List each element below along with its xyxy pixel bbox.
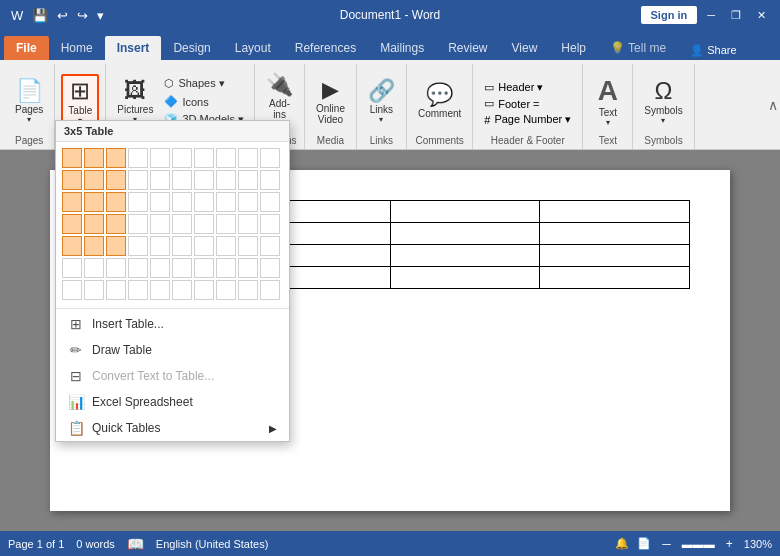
grid-cell[interactable]: [84, 236, 104, 256]
grid-cell[interactable]: [216, 214, 236, 234]
pictures-button[interactable]: 🖼 Pictures ▾: [112, 77, 158, 127]
grid-cell[interactable]: [106, 258, 126, 278]
grid-cell[interactable]: [84, 258, 104, 278]
page-number-button[interactable]: # Page Number ▾: [480, 112, 575, 127]
redo-icon[interactable]: ↪: [74, 6, 91, 25]
zoom-slider[interactable]: ▬▬▬: [682, 538, 715, 550]
grid-cell[interactable]: [172, 148, 192, 168]
grid-cell[interactable]: [172, 236, 192, 256]
save-icon[interactable]: 💾: [29, 6, 51, 25]
grid-cell[interactable]: [106, 192, 126, 212]
notifications-icon[interactable]: 🔔: [615, 537, 629, 550]
grid-cell[interactable]: [62, 170, 82, 190]
grid-cell[interactable]: [106, 236, 126, 256]
symbols-button[interactable]: Ω Symbols ▾: [639, 76, 687, 128]
grid-cell[interactable]: [62, 280, 82, 300]
tab-review[interactable]: Review: [436, 36, 499, 60]
grid-cell[interactable]: [260, 148, 280, 168]
grid-cell[interactable]: [194, 192, 214, 212]
grid-cell[interactable]: [260, 214, 280, 234]
table-grid[interactable]: [56, 142, 289, 306]
grid-cell[interactable]: [216, 170, 236, 190]
grid-cell[interactable]: [238, 148, 258, 168]
grid-cell[interactable]: [128, 170, 148, 190]
links-button[interactable]: 🔗 Links ▾: [363, 77, 400, 127]
grid-cell[interactable]: [216, 258, 236, 278]
excel-spreadsheet-item[interactable]: 📊 Excel Spreadsheet: [56, 389, 289, 415]
grid-cell[interactable]: [150, 236, 170, 256]
grid-cell[interactable]: [172, 170, 192, 190]
proofing-icon[interactable]: 📖: [127, 536, 144, 552]
view-icon[interactable]: 📄: [637, 537, 651, 550]
grid-cell[interactable]: [128, 192, 148, 212]
grid-cell[interactable]: [106, 148, 126, 168]
tab-help[interactable]: Help: [549, 36, 598, 60]
tab-insert[interactable]: Insert: [105, 36, 162, 60]
undo-icon[interactable]: ↩: [54, 6, 71, 25]
grid-cell[interactable]: [260, 280, 280, 300]
grid-cell[interactable]: [260, 170, 280, 190]
grid-cell[interactable]: [62, 192, 82, 212]
tab-mailings[interactable]: Mailings: [368, 36, 436, 60]
grid-cell[interactable]: [128, 214, 148, 234]
grid-cell[interactable]: [84, 170, 104, 190]
tab-file[interactable]: File: [4, 36, 49, 60]
text-button[interactable]: A Text ▾: [590, 74, 626, 130]
ribbon-collapse-button[interactable]: ∧: [768, 97, 778, 113]
tab-layout[interactable]: Layout: [223, 36, 283, 60]
grid-cell[interactable]: [150, 214, 170, 234]
grid-cell[interactable]: [62, 214, 82, 234]
comment-button[interactable]: 💬 Comment: [413, 81, 466, 122]
grid-cell[interactable]: [172, 214, 192, 234]
grid-cell[interactable]: [128, 148, 148, 168]
grid-cell[interactable]: [216, 236, 236, 256]
grid-cell[interactable]: [62, 148, 82, 168]
grid-cell[interactable]: [238, 236, 258, 256]
header-button[interactable]: ▭ Header ▾: [480, 80, 575, 95]
tab-home[interactable]: Home: [49, 36, 105, 60]
grid-cell[interactable]: [194, 214, 214, 234]
draw-table-item[interactable]: ✏ Draw Table: [56, 337, 289, 363]
tab-tellme[interactable]: 💡 Tell me: [598, 36, 678, 60]
zoom-out-button[interactable]: ─: [659, 537, 674, 551]
restore-button[interactable]: ❐: [725, 7, 747, 24]
insert-table-item[interactable]: ⊞ Insert Table...: [56, 311, 289, 337]
grid-cell[interactable]: [106, 214, 126, 234]
grid-cell[interactable]: [194, 236, 214, 256]
grid-cell[interactable]: [238, 214, 258, 234]
pages-button[interactable]: 📄 Pages ▾: [10, 77, 48, 127]
grid-cell[interactable]: [194, 170, 214, 190]
online-video-button[interactable]: ▶ Online Video: [311, 76, 350, 128]
grid-cell[interactable]: [128, 258, 148, 278]
tab-references[interactable]: References: [283, 36, 368, 60]
grid-cell[interactable]: [194, 280, 214, 300]
grid-cell[interactable]: [238, 258, 258, 278]
grid-cell[interactable]: [172, 192, 192, 212]
grid-cell[interactable]: [150, 258, 170, 278]
grid-cell[interactable]: [84, 192, 104, 212]
grid-cell[interactable]: [238, 192, 258, 212]
zoom-in-button[interactable]: +: [723, 537, 736, 551]
grid-cell[interactable]: [84, 148, 104, 168]
grid-cell[interactable]: [62, 236, 82, 256]
tab-design[interactable]: Design: [161, 36, 222, 60]
grid-cell[interactable]: [238, 280, 258, 300]
grid-cell[interactable]: [172, 258, 192, 278]
grid-cell[interactable]: [150, 280, 170, 300]
footer-button[interactable]: ▭ Footer =: [480, 96, 575, 111]
grid-cell[interactable]: [84, 280, 104, 300]
grid-cell[interactable]: [150, 192, 170, 212]
quick-tables-item[interactable]: 📋 Quick Tables ▶: [56, 415, 289, 441]
share-button[interactable]: 👤 Share: [682, 41, 744, 60]
grid-cell[interactable]: [216, 148, 236, 168]
grid-cell[interactable]: [216, 280, 236, 300]
grid-cell[interactable]: [150, 170, 170, 190]
grid-cell[interactable]: [84, 214, 104, 234]
grid-cell[interactable]: [128, 236, 148, 256]
grid-cell[interactable]: [260, 258, 280, 278]
grid-cell[interactable]: [106, 280, 126, 300]
customize-qa-icon[interactable]: ▾: [94, 6, 107, 25]
tab-view[interactable]: View: [500, 36, 550, 60]
grid-cell[interactable]: [216, 192, 236, 212]
grid-cell[interactable]: [194, 148, 214, 168]
